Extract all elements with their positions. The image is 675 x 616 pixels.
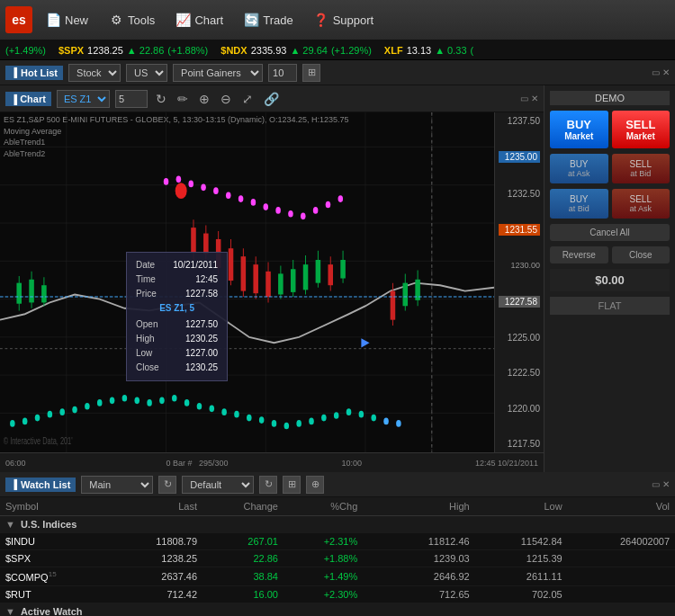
watchlist-refresh-icon[interactable]: ↻ — [158, 476, 176, 494]
hotlist-grid-icon[interactable]: ⊞ — [302, 64, 320, 82]
row-spacer — [363, 533, 382, 550]
svg-point-50 — [226, 192, 231, 199]
price-label-3: 1231.55 — [499, 224, 540, 236]
ticker-chg2-2: ( — [471, 45, 474, 56]
chart-draw-icon[interactable]: ✏ — [175, 92, 191, 106]
chart-period-input[interactable] — [115, 90, 148, 108]
watchlist-data-row[interactable]: $INDU 11808.79 267.01 +2.31% 11812.46 11… — [0, 533, 675, 550]
sell-bid-button[interactable]: SELL at Bid — [612, 154, 670, 183]
hotlist-bar: ▐ Hot List Stock US Point Gainers ⊞ ▭ ✕ — [0, 60, 675, 85]
svg-point-33 — [259, 416, 265, 424]
svg-text:© Interactive Data, 201': © Interactive Data, 201' — [4, 436, 73, 446]
tooltip-price-val: 1227.58 — [185, 287, 218, 301]
row-high: 2646.92 — [382, 567, 475, 586]
watchlist-data-row[interactable]: $RUT 712.42 16.00 +2.30% 712.65 702.05 — [0, 585, 675, 603]
watchlist-preset-select[interactable]: Default — [182, 476, 254, 494]
chart-refresh-icon[interactable]: ↻ — [153, 92, 169, 106]
hotlist-region-select[interactable]: US — [126, 64, 167, 82]
support-label: Support — [333, 13, 374, 27]
chart-label: Chart — [194, 13, 223, 27]
row-low: 11542.84 — [475, 533, 568, 550]
price-label-0: 1237.50 — [499, 116, 540, 126]
hotlist-count-input[interactable] — [268, 64, 297, 82]
watchlist-settings-icon[interactable]: ↻ — [259, 476, 277, 494]
chart-button[interactable]: 📈 Chart — [167, 8, 230, 31]
new-label: New — [65, 13, 88, 27]
row-symbol: $RUT — [0, 585, 110, 603]
sell-market-button[interactable]: SELL Market — [612, 111, 670, 148]
svg-point-21 — [110, 397, 115, 404]
watchlist-data-row[interactable]: $SPX 1238.25 22.86 +1.88% 1239.03 1215.3… — [0, 550, 675, 567]
price-label-4: 1227.58 — [499, 296, 540, 308]
chart-zoom-out-icon[interactable]: ⊖ — [218, 92, 234, 106]
watchlist-list-select[interactable]: Main — [81, 476, 153, 494]
ticker-price-0: 1238.25 — [87, 45, 123, 56]
row-vol — [568, 567, 675, 586]
watchlist-panel: ▐ Watch List Main ↻ Default ↻ ⊞ ⊕ ▭ ✕ Sy… — [0, 472, 675, 616]
svg-point-60 — [176, 183, 187, 199]
row-change: 16.00 — [202, 585, 284, 603]
ticker-pct-0: (+1.49%) — [5, 45, 46, 56]
trade-button[interactable]: 🔄 Trade — [236, 8, 300, 31]
cancel-all-button[interactable]: Cancel All — [550, 224, 670, 241]
svg-point-41 — [359, 411, 364, 418]
ticker-price-1: 2335.93 — [251, 45, 287, 56]
watchlist-data-row[interactable]: $COMPQ15 2637.46 38.84 +1.49% 2646.92 26… — [0, 567, 675, 586]
ticker-item-0: $SPX 1238.25 ▲ 22.86 (+1.88%) — [58, 45, 208, 56]
tools-button[interactable]: ⚙ Tools — [101, 8, 162, 31]
support-button[interactable]: ❓ Support — [306, 8, 382, 31]
new-button[interactable]: 📄 New — [38, 8, 95, 31]
row-change: 22.86 — [202, 550, 284, 567]
price-label-3b: 1230.00 — [499, 261, 540, 270]
row-symbol: $INDU — [0, 533, 110, 550]
hotlist-type-select[interactable]: Stock — [68, 64, 121, 82]
watchlist-add-icon[interactable]: ⊕ — [306, 476, 324, 494]
svg-point-23 — [134, 397, 140, 404]
svg-point-30 — [221, 408, 227, 415]
row-spacer — [363, 550, 382, 567]
row-vol — [568, 550, 675, 567]
chart-window-controls: ▭ ✕ — [520, 94, 538, 103]
watchlist-header: ▐ Watch List — [5, 478, 76, 492]
buy-sell-bid-row: BUY at Bid SELL at Ask — [550, 189, 670, 219]
chart-symbol-select[interactable]: ES Z1 — [57, 90, 110, 108]
svg-point-32 — [247, 415, 252, 422]
ticker-item-1: $NDX 2335.93 ▲ 29.64 (+1.29%) — [220, 45, 372, 56]
tooltip-date-label: Date — [136, 258, 155, 272]
watchlist-grid-icon[interactable]: ⊞ — [283, 476, 301, 494]
new-icon: 📄 — [45, 12, 61, 28]
row-spacer — [363, 585, 382, 603]
svg-point-35 — [284, 423, 290, 430]
time-axis: 06:00 0 Bar # 295/300 10:00 12:45 10/21/… — [0, 452, 544, 472]
svg-point-13 — [10, 420, 15, 427]
reverse-button[interactable]: Reverse — [550, 246, 608, 263]
buy-ask-button[interactable]: BUY at Ask — [550, 154, 608, 183]
col-header-high: High — [382, 497, 475, 516]
chart-link-icon[interactable]: 🔗 — [261, 92, 282, 106]
hotlist-filter-select[interactable]: Point Gainers — [173, 64, 263, 82]
buy-sell-market-row: BUY Market SELL Market — [550, 111, 670, 148]
chart-zoom-fit-icon[interactable]: ⤢ — [239, 92, 256, 106]
svg-point-40 — [346, 408, 352, 415]
row-symbol: $COMPQ15 — [0, 567, 110, 586]
tools-label: Tools — [128, 13, 155, 27]
close-button[interactable]: Close — [612, 246, 670, 263]
chart-zoom-in-icon[interactable]: ⊕ — [196, 92, 212, 106]
buy-market-button[interactable]: BUY Market — [550, 111, 608, 148]
tooltip-close-label: Close — [136, 361, 159, 375]
top-toolbar: es 📄 New ⚙ Tools 📈 Chart 🔄 Trade ❓ Suppo… — [0, 0, 675, 40]
svg-point-54 — [275, 207, 281, 214]
tooltip-low-val: 1227.00 — [185, 346, 218, 361]
watchlist-window-controls: ▭ ✕ — [652, 479, 670, 489]
row-pctchg: +1.88% — [284, 550, 363, 567]
tools-icon: ⚙ — [108, 12, 124, 28]
chart-area[interactable]: ES Z1,S&P 500 E-MINI FUTURES - GLOBEX, 5… — [0, 112, 544, 452]
sell-ask-button[interactable]: SELL at Ask — [612, 189, 670, 219]
buy-bid-button[interactable]: BUY at Bid — [550, 189, 608, 219]
chart-toolbar: ▐ Chart ES Z1 ↻ ✏ ⊕ ⊖ ⤢ 🔗 ▭ ✕ — [0, 85, 544, 112]
svg-point-25 — [159, 397, 165, 404]
ticker-sym-2: XLF — [384, 45, 403, 56]
tooltip-date-val: 10/21/2011 — [173, 258, 218, 272]
demo-label: DEMO — [550, 91, 670, 105]
ticker-chg2-0: (+1.88%) — [167, 45, 208, 56]
